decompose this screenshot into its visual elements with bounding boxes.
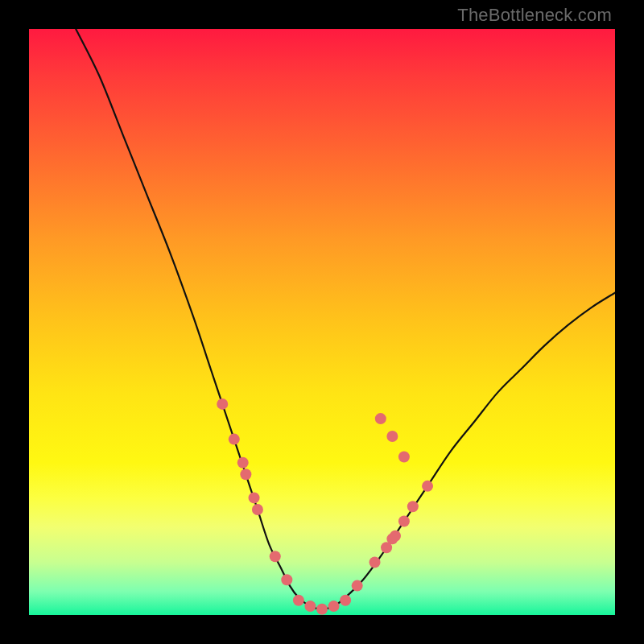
curve-marker [340, 595, 351, 606]
bottleneck-curve [76, 29, 615, 609]
curve-marker [281, 574, 292, 585]
chart-frame: TheBottleneck.com [0, 0, 644, 644]
curve-markers [217, 398, 433, 615]
curve-marker [398, 516, 410, 527]
curve-marker [237, 457, 249, 469]
curve-marker [293, 595, 304, 606]
plot-area [29, 29, 615, 615]
curve-marker [375, 413, 386, 424]
watermark-text: TheBottleneck.com [457, 5, 612, 26]
curve-marker [407, 501, 419, 512]
curve-marker [217, 398, 228, 410]
curve-marker [369, 556, 381, 568]
curve-marker [316, 604, 328, 615]
curve-marker [270, 551, 281, 562]
curve-marker [398, 451, 410, 462]
curve-marker [352, 580, 363, 592]
curve-marker [229, 434, 240, 445]
curve-marker [422, 481, 433, 492]
curve-marker [252, 504, 263, 515]
curve-marker [328, 601, 340, 612]
curve-marker [386, 431, 398, 442]
curve-marker [249, 492, 260, 503]
curve-marker [240, 469, 251, 480]
curve-marker [304, 601, 316, 612]
chart-svg [29, 29, 615, 615]
curve-marker [390, 530, 401, 542]
